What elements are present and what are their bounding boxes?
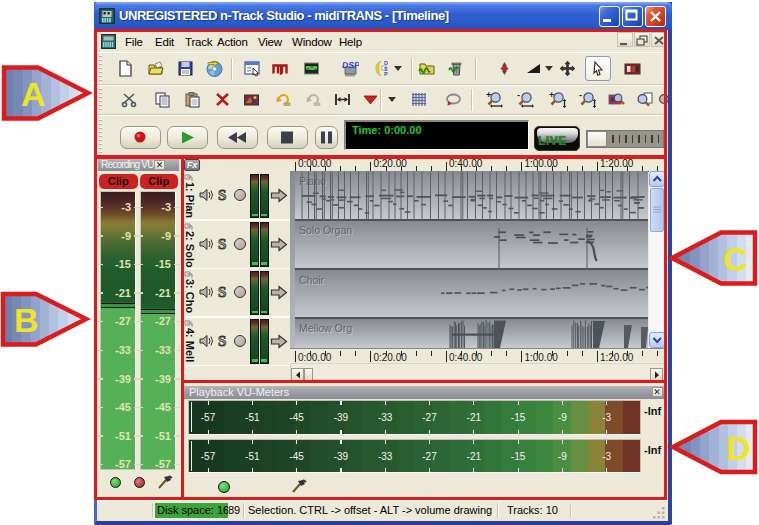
svg-text:B: B <box>14 301 39 339</box>
svg-text:D: D <box>726 429 751 467</box>
svg-text:A: A <box>21 75 46 113</box>
svg-text:C: C <box>723 240 748 278</box>
